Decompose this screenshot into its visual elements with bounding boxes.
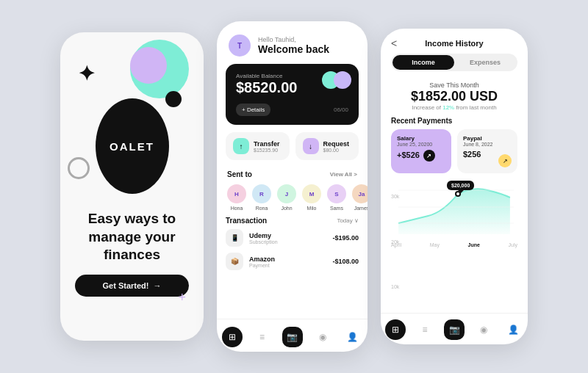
view-all-link[interactable]: View All > <box>330 171 357 178</box>
salary-date: June 25, 20200 <box>397 142 445 147</box>
app-logo: OALET <box>110 140 154 153</box>
contact-name: Hona <box>231 206 243 211</box>
tab-income[interactable]: Income <box>392 55 454 70</box>
payment-cards: Salary June 25, 20200 +$526 ↗ Paypal Jun… <box>381 129 528 179</box>
contact-sams[interactable]: S Sams <box>327 184 346 211</box>
salary-amount: +$526 ↗ <box>397 150 445 162</box>
transfer-label: Transfer <box>254 140 280 148</box>
chart-x-labels: April May June July <box>391 241 517 249</box>
transfer-icon: ↑ <box>233 138 249 154</box>
oval-logo-container: OALET <box>96 98 169 194</box>
transactions-section: Transaction Today ∨ 📱 Udemy Subscription… <box>217 217 368 276</box>
balance-date: 06/00 <box>334 106 348 113</box>
request-action[interactable]: ↓ Request $80.00 <box>295 132 359 160</box>
nav-circle[interactable]: ◉ <box>312 327 333 347</box>
salary-title: Salary <box>397 135 445 142</box>
contact-name: James <box>354 206 368 211</box>
nav-menu[interactable]: ≡ <box>252 327 273 347</box>
x-label-july: July <box>509 242 517 247</box>
plus-decoration: + <box>178 290 186 305</box>
sent-to-title: Sent to <box>227 170 252 178</box>
x-label-june: June <box>468 242 480 247</box>
page-title: Income History <box>425 39 483 48</box>
transaction-udemy[interactable]: 📱 Udemy Subscription -$195.00 <box>226 229 359 247</box>
contact-name: Rona <box>256 206 268 211</box>
paypal-title: Paypal <box>463 135 512 142</box>
transaction-filter[interactable]: Today ∨ <box>337 217 359 224</box>
increase-pct: 12% <box>442 104 454 111</box>
get-started-button[interactable]: Get Started! → <box>75 275 189 297</box>
contact-avatar: R <box>252 184 271 203</box>
balance-card: Available Balance $8520.00 + Details 06/… <box>226 64 359 125</box>
nav-circle-p3[interactable]: ◉ <box>473 319 494 340</box>
contact-avatar: J <box>277 184 296 203</box>
contact-milo[interactable]: M Milo <box>302 184 321 211</box>
nav-home-p3[interactable]: ⊞ <box>385 319 406 340</box>
nav-home[interactable]: ⊞ <box>222 327 243 347</box>
recent-payments-title: Recent Payments <box>381 117 528 129</box>
salary-arrow-icon: ↗ <box>423 150 435 162</box>
x-label-may: May <box>430 242 440 247</box>
action-buttons: ↑ Transfer $15235.90 ↓ Request $80.00 <box>217 125 368 167</box>
contact-name: John <box>281 206 292 211</box>
transfer-info: Transfer $15235.90 <box>254 140 280 153</box>
chart-tooltip: $20,000 <box>447 181 474 190</box>
outline-circle-decoration <box>68 157 90 179</box>
save-label: Save This Month <box>381 82 528 89</box>
amazon-amount: -$108.00 <box>332 258 359 265</box>
transaction-title: Transaction <box>226 217 267 225</box>
salary-card[interactable]: Salary June 25, 20200 +$526 ↗ <box>391 129 451 173</box>
y-label-10k: 10k <box>391 284 399 289</box>
nav-scan[interactable]: 📷 <box>282 327 303 347</box>
save-amount: $1852.00 USD <box>381 89 528 104</box>
tx-sub: Subscription <box>249 239 278 245</box>
tab-expenses[interactable]: Expenses <box>454 55 516 70</box>
contact-john[interactable]: J John <box>277 184 296 211</box>
details-button[interactable]: + Details <box>236 104 270 116</box>
contact-name: Sams <box>330 206 343 211</box>
card-circles <box>322 71 351 89</box>
sent-to-list: H Hona R Rona J John M Milo S Sams Ja Ja… <box>217 181 368 217</box>
avatar: T <box>229 35 251 57</box>
transaction-amazon[interactable]: 📦 Amazon Payment -$108.00 <box>226 253 359 270</box>
save-sub: Increase of 12% from last month <box>381 104 528 111</box>
tx-name: Udemy <box>249 232 278 239</box>
balance-footer: + Details 06/00 <box>236 104 348 116</box>
paypal-card[interactable]: Paypal June 8, 2022 $256 ↗ <box>457 129 517 173</box>
phone3: < Income History Income Expenses Save Th… <box>381 29 528 344</box>
nav-menu-p3[interactable]: ≡ <box>415 319 435 340</box>
contact-avatar: M <box>302 184 321 203</box>
tagline-text: Easy ways to manage your finances <box>75 210 189 264</box>
nav-profile[interactable]: 👤 <box>343 327 363 347</box>
contact-name: Milo <box>307 206 317 211</box>
request-info: Request $80.00 <box>323 140 350 153</box>
transfer-amount: $15235.90 <box>254 148 280 153</box>
udemy-icon: 📱 <box>226 229 243 247</box>
amazon-info: Amazon Payment <box>249 256 275 268</box>
sent-to-section: Sent to View All > <box>217 167 368 181</box>
contact-hona[interactable]: H Hona <box>227 184 246 211</box>
contact-james[interactable]: Ja James <box>352 184 368 211</box>
nav-profile-p3[interactable]: 👤 <box>503 319 523 340</box>
request-icon: ↓ <box>303 138 319 154</box>
udemy-info: Udemy Subscription <box>249 232 278 245</box>
phone3-bottom-nav: ⊞ ≡ 📷 ◉ 👤 <box>381 313 528 344</box>
udemy-amount: -$195.00 <box>332 234 359 242</box>
phone2: T Hello Tauhid, Welcome back Available B… <box>217 21 368 352</box>
nav-scan-p3[interactable]: 📷 <box>444 319 465 340</box>
bottom-nav: ⊞ ≡ 📷 ◉ 👤 <box>217 319 368 352</box>
purple-circle-decoration <box>130 47 167 84</box>
greeting: Hello Tauhid, Welcome back <box>258 36 329 55</box>
save-this-month: Save This Month $1852.00 USD Increase of… <box>381 79 528 117</box>
phone1: ✦ OALET Easy ways to manage your finance… <box>60 32 204 341</box>
transfer-action[interactable]: ↑ Transfer $15235.90 <box>226 132 290 160</box>
paypal-date: June 8, 2022 <box>463 142 512 147</box>
purple-card-circle <box>334 71 351 89</box>
request-amount: $80.00 <box>323 148 350 153</box>
phone1-content: Easy ways to manage your finances Get St… <box>60 210 204 297</box>
contact-avatar: S <box>327 184 346 203</box>
contact-rona[interactable]: R Rona <box>252 184 271 211</box>
back-button[interactable]: < <box>391 37 397 49</box>
tx-name: Amazon <box>249 256 275 263</box>
contact-avatar: H <box>227 184 246 203</box>
